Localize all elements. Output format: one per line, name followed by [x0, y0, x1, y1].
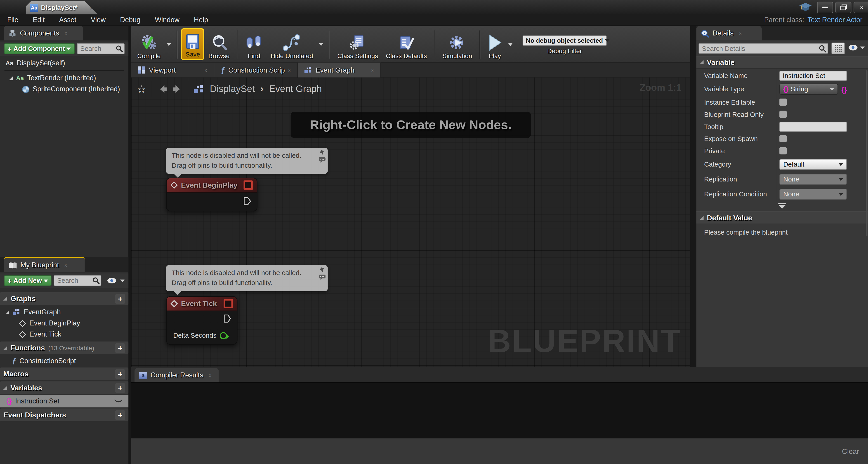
play-options-chevron-icon[interactable] — [506, 27, 515, 62]
property-matrix-button[interactable] — [831, 43, 845, 54]
float-output-pin[interactable] — [220, 332, 227, 339]
parent-class-link[interactable]: Text Render Actor — [807, 16, 862, 24]
container-type-icon[interactable]: {} — [841, 85, 847, 94]
expand-triangle-icon[interactable] — [700, 216, 704, 220]
add-macro-button[interactable]: + — [115, 369, 125, 379]
components-search-input[interactable] — [80, 43, 116, 54]
eye-closed-icon[interactable] — [114, 399, 123, 403]
components-search-box[interactable] — [77, 43, 125, 54]
menu-help[interactable]: Help — [187, 16, 215, 24]
advanced-expander[interactable] — [696, 202, 868, 210]
replication-condition-dropdown[interactable]: None — [779, 189, 847, 200]
eventgraph-item[interactable]: EventGraph — [0, 306, 128, 318]
private-checkbox[interactable] — [779, 147, 786, 154]
default-value-section-header[interactable]: Default Value — [696, 212, 868, 224]
tooltip-input[interactable] — [779, 122, 847, 132]
exec-output-pin[interactable] — [223, 314, 231, 323]
component-item-textrender[interactable]: Aa TextRender (Inherited) — [0, 72, 128, 84]
component-item-self[interactable]: Aa DisplaySet(self) — [0, 58, 128, 69]
find-button[interactable]: Find — [241, 27, 267, 62]
add-variable-button[interactable]: + — [115, 383, 125, 393]
comment-bubble-icon[interactable] — [319, 275, 326, 280]
tab-event-graph[interactable]: Event Graph x — [298, 63, 381, 78]
hide-unrelated-options-chevron-icon[interactable] — [317, 27, 326, 62]
construction-script-item[interactable]: ƒ ConstructionScript — [0, 355, 128, 367]
functions-section-header[interactable]: Functions (13 Overridable) + — [0, 341, 128, 354]
tab-close-icon[interactable]: x — [288, 67, 291, 73]
browse-button[interactable]: Browse — [205, 27, 234, 62]
menu-view[interactable]: View — [84, 16, 113, 24]
expand-triangle-icon[interactable] — [9, 76, 13, 80]
minimize-button[interactable] — [817, 2, 833, 13]
menu-edit[interactable]: Edit — [26, 16, 52, 24]
macros-section-header[interactable]: Macros + — [0, 368, 128, 380]
comment-bubble-icon[interactable] — [319, 157, 326, 163]
event-beginplay-node-header[interactable]: Event BeginPlay — [166, 178, 257, 193]
tutorial-graduation-cap-icon[interactable] — [799, 3, 811, 14]
favorite-star-icon[interactable]: ☆ — [137, 84, 146, 94]
components-tab[interactable]: Components x — [4, 26, 83, 40]
expose-on-spawn-checkbox[interactable] — [779, 135, 786, 143]
add-component-button[interactable]: + Add Component — [4, 43, 74, 54]
instance-editable-checkbox[interactable] — [779, 98, 786, 106]
pin-icon[interactable] — [319, 267, 325, 273]
chevron-down-icon[interactable] — [120, 279, 125, 282]
expand-triangle-icon[interactable] — [3, 297, 7, 301]
add-new-button[interactable]: + Add New — [4, 275, 52, 286]
event-tick-node[interactable]: Event Tick Delta Seconds — [166, 296, 238, 345]
details-tab-close-icon[interactable]: x — [739, 31, 742, 36]
restore-button[interactable] — [835, 2, 851, 13]
component-item-sprite[interactable]: SpriteComponent (Inherited) — [0, 84, 128, 95]
compiler-results-tab[interactable]: ≥ Compiler Results x — [134, 368, 219, 383]
event-tick-node-header[interactable]: Event Tick — [166, 297, 237, 311]
details-search-input[interactable] — [702, 43, 819, 53]
menu-asset[interactable]: Asset — [52, 16, 84, 24]
compile-button[interactable]: Compile — [133, 27, 164, 62]
details-view-options[interactable] — [848, 44, 865, 51]
variable-name-input[interactable] — [779, 71, 847, 81]
compile-options-chevron-icon[interactable] — [164, 27, 174, 62]
event-beginplay-item[interactable]: Event BeginPlay — [0, 317, 128, 329]
tab-close-icon[interactable]: x — [371, 67, 374, 73]
document-tab-close-icon[interactable]: x — [90, 5, 92, 10]
event-graph-canvas[interactable]: ☆ DisplaySet › Event Graph Zoom 1:1 Righ… — [131, 78, 690, 367]
debug-object-dropdown[interactable]: No debug object selected — [522, 35, 607, 46]
exec-output-pin[interactable] — [243, 196, 251, 206]
add-event-dispatcher-button[interactable]: + — [115, 410, 125, 420]
class-settings-button[interactable]: Class Settings — [333, 27, 382, 62]
my-blueprint-tab-close-icon[interactable]: x — [64, 262, 67, 268]
graphs-section-header[interactable]: Graphs + — [0, 292, 128, 305]
menu-window[interactable]: Window — [148, 16, 187, 24]
panel-divider-left[interactable] — [128, 26, 131, 464]
clear-button[interactable]: Clear — [842, 447, 859, 456]
close-button[interactable]: × — [854, 2, 868, 13]
forward-arrow-icon[interactable] — [173, 84, 182, 95]
visibility-eye-icon[interactable] — [107, 277, 117, 284]
add-function-button[interactable]: + — [115, 343, 125, 353]
document-tab-displayset[interactable]: Aa DisplaySet* x — [26, 1, 98, 14]
menu-file[interactable]: File — [0, 16, 26, 24]
class-defaults-button[interactable]: Class Defaults — [382, 27, 431, 62]
add-graph-button[interactable]: + — [115, 293, 125, 304]
save-button[interactable]: Save — [181, 28, 204, 60]
compiler-results-tab-close-icon[interactable]: x — [209, 372, 211, 378]
delta-seconds-pin-row[interactable]: Delta Seconds — [174, 332, 227, 339]
tab-construction-script[interactable]: ƒ Construction Scrip x — [214, 63, 298, 78]
pin-icon[interactable] — [319, 149, 325, 156]
event-tick-item[interactable]: Event Tick — [0, 328, 128, 340]
tab-close-icon[interactable]: x — [205, 67, 207, 73]
simulation-button[interactable]: Simulation — [438, 27, 476, 62]
category-dropdown[interactable]: Default — [779, 159, 847, 170]
tab-viewport[interactable]: Viewport x — [131, 63, 214, 78]
title-bar[interactable]: Aa DisplaySet* x × — [0, 0, 868, 14]
components-tab-close-icon[interactable]: x — [65, 31, 67, 36]
back-arrow-icon[interactable] — [158, 84, 167, 95]
expand-triangle-icon[interactable] — [3, 346, 7, 350]
variable-type-dropdown[interactable]: {} String — [779, 84, 838, 95]
compiler-results-log[interactable] — [131, 382, 868, 439]
details-search-box[interactable] — [699, 43, 828, 54]
play-button[interactable]: Play — [484, 27, 506, 62]
panel-divider-right[interactable] — [690, 26, 696, 367]
details-scrollbar[interactable] — [866, 70, 867, 237]
expand-triangle-icon[interactable] — [3, 386, 7, 390]
